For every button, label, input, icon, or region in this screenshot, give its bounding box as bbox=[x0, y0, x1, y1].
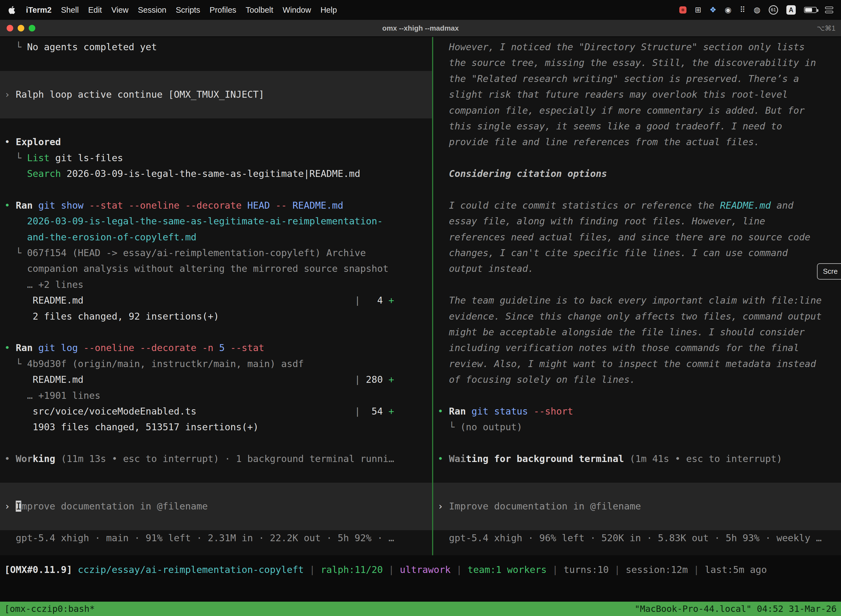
menu-items: ShellEditViewSessionScriptsProfilesToolb… bbox=[61, 6, 337, 15]
terminal-line: … +1901 lines bbox=[4, 388, 432, 403]
menu-view[interactable]: View bbox=[111, 6, 128, 15]
terminal-line: this single essay, it seems like a good … bbox=[438, 119, 841, 134]
terminal-line: review. Also, I might want to inspect th… bbox=[438, 356, 841, 372]
menu-help[interactable]: Help bbox=[320, 6, 337, 15]
window-grid-icon[interactable]: ⊞ bbox=[695, 6, 701, 14]
menu-bar: iTerm2 ShellEditViewSessionScriptsProfil… bbox=[0, 0, 841, 20]
working-status: • Working (11m 13s • esc to interrupt) ·… bbox=[4, 451, 432, 467]
omx-status-bar: [OMX#0.11.9] cczip/essay/ai-reimplementa… bbox=[0, 555, 841, 602]
zoom-button[interactable] bbox=[29, 25, 35, 31]
inject-banner-text: › Ralph loop active continue [OMX_TMUX_I… bbox=[4, 87, 264, 103]
model-status-left: gpt-5.4 xhigh · main · 91% left · 2.31M … bbox=[4, 530, 432, 546]
terminal-line: companion analysis without altering the … bbox=[4, 261, 432, 277]
terminal-line bbox=[438, 150, 841, 166]
battery-icon[interactable] bbox=[804, 7, 817, 13]
window-title: omx --xhigh --madmax bbox=[0, 24, 841, 32]
traffic-lights bbox=[7, 25, 35, 31]
menu-scripts[interactable]: Scripts bbox=[176, 6, 200, 15]
terminal-line: Search 2026-03-09-is-legal-the-same-as-l… bbox=[4, 166, 432, 182]
reasoning-heading: Considering citation options bbox=[438, 166, 841, 182]
terminal-line: README.md | 280 + bbox=[4, 372, 432, 387]
terminal-line: essay file, along with finding root file… bbox=[438, 213, 841, 229]
control-center-icon[interactable] bbox=[825, 7, 833, 13]
menu-session[interactable]: Session bbox=[138, 6, 166, 15]
explored-header: • Explored bbox=[4, 134, 432, 150]
minimize-button[interactable] bbox=[18, 25, 24, 31]
terminal-line bbox=[438, 467, 841, 483]
window-titlebar[interactable]: omx --xhigh --madmax ⌥⌘1 bbox=[0, 20, 841, 37]
terminal-line: the source tree, missing the essay. Stil… bbox=[438, 55, 841, 70]
prompt-input-right[interactable]: › Improve documentation in @filename bbox=[433, 483, 841, 530]
terminal-line bbox=[4, 467, 432, 483]
iterm2-window: iTerm2 ShellEditViewSessionScriptsProfil… bbox=[0, 0, 841, 616]
dots-grid-icon[interactable]: ⠿ bbox=[740, 6, 746, 14]
terminal-line: companion file, especially if more comme… bbox=[438, 103, 841, 119]
terminal-line bbox=[438, 277, 841, 293]
terminal-line bbox=[4, 435, 432, 451]
terminal-line: slight risk that future readers may over… bbox=[438, 87, 841, 103]
prompt-input-left[interactable]: › Improve documentation in @filename bbox=[0, 483, 432, 530]
terminal-line bbox=[4, 119, 432, 134]
menu-shell[interactable]: Shell bbox=[61, 6, 79, 15]
terminal-line bbox=[4, 55, 432, 70]
terminal-line: of focusing solely on file lines. bbox=[438, 372, 841, 387]
terminal-line: └ 067f154 (HEAD -> essay/ai-reimplementa… bbox=[4, 245, 432, 261]
screen-recording-indicator[interactable] bbox=[679, 6, 687, 13]
terminal-line: output instead. bbox=[438, 261, 841, 277]
terminal-line: The team guideline is to back every impo… bbox=[438, 293, 841, 308]
battery-percent-badge[interactable]: 61 bbox=[769, 5, 778, 15]
terminal-line: I could cite commit statistics or refere… bbox=[438, 198, 841, 213]
terminal-line bbox=[438, 388, 841, 403]
spark-icon[interactable]: ❖ bbox=[710, 6, 716, 14]
terminal-line: └ 4b9d30f (origin/main, instructkr/main,… bbox=[4, 356, 432, 372]
terminal-line: changes, I can't cite specific file line… bbox=[438, 245, 841, 261]
terminal-line bbox=[438, 435, 841, 451]
target-icon[interactable]: ◉ bbox=[725, 6, 731, 14]
ran-git-log: • Ran git log --oneline --decorate -n 5 … bbox=[4, 340, 432, 356]
text-cursor: I bbox=[16, 501, 21, 512]
terminal-line: references need actual files, and since … bbox=[438, 229, 841, 245]
terminal-line: might be acceptable alongside the file l… bbox=[438, 324, 841, 340]
omx-status-line: [OMX#0.11.9] cczip/essay/ai-reimplementa… bbox=[4, 562, 837, 578]
prompt-input-left-text: › Improve documentation in @filename bbox=[4, 499, 208, 514]
apple-menu-icon[interactable] bbox=[8, 6, 16, 14]
menu-window[interactable]: Window bbox=[283, 6, 311, 15]
terminal-line: evidence. Since this change only affects… bbox=[438, 308, 841, 324]
terminal-line bbox=[438, 182, 841, 198]
input-source-icon[interactable]: A bbox=[786, 5, 796, 15]
terminal-line: 2 files changed, 92 insertions(+) bbox=[4, 308, 432, 324]
terminal-line bbox=[4, 324, 432, 340]
terminal-line: including verification notes with those … bbox=[438, 340, 841, 356]
terminal-line: README.md | 4 + bbox=[4, 293, 432, 308]
waiting-status: • Waiting for background terminal (1m 41… bbox=[438, 451, 841, 467]
prompt-input-right-text: › Improve documentation in @filename bbox=[438, 499, 641, 514]
ran-git-status: • Ran git status --short bbox=[438, 403, 841, 419]
model-status-right: gpt-5.4 xhigh · 96% left · 520K in · 5.8… bbox=[438, 530, 841, 546]
terminal-line: and-the-erosion-of-copyleft.md bbox=[4, 229, 432, 245]
tmux-status-bar: [omx-cczip0:bash* "MacBook-Pro-44.local"… bbox=[0, 602, 841, 616]
window-shortcut-hint: ⌥⌘1 bbox=[817, 24, 835, 32]
terminal-area: └ No agents completed yet› Ralph loop ac… bbox=[0, 37, 841, 555]
terminal-line: └ List git ls-files bbox=[4, 150, 432, 166]
menu-toolbelt[interactable]: Toolbelt bbox=[246, 6, 273, 15]
terminal-line: … +2 lines bbox=[4, 277, 432, 293]
ring-icon[interactable]: ◍ bbox=[754, 6, 760, 14]
terminal-line bbox=[4, 182, 432, 198]
menu-profiles[interactable]: Profiles bbox=[210, 6, 236, 15]
terminal-line: 2026-03-09-is-legal-the-same-as-legitima… bbox=[4, 213, 432, 229]
terminal-line: 1903 files changed, 513517 insertions(+) bbox=[4, 419, 432, 435]
tmux-session-label[interactable]: [omx-cczip0:bash* bbox=[4, 604, 95, 614]
agents-note: └ No agents completed yet bbox=[4, 39, 432, 55]
terminal-line: However, I noticed the "Directory Struct… bbox=[438, 39, 841, 55]
terminal-line: └ (no output) bbox=[438, 419, 841, 435]
screen-share-button[interactable]: Scre bbox=[817, 263, 841, 280]
menu-edit[interactable]: Edit bbox=[88, 6, 102, 15]
terminal-pane-right[interactable]: However, I noticed the "Directory Struct… bbox=[433, 37, 841, 555]
close-button[interactable] bbox=[7, 25, 13, 31]
terminal-pane-left[interactable]: └ No agents completed yet› Ralph loop ac… bbox=[0, 37, 432, 555]
app-menu[interactable]: iTerm2 bbox=[26, 6, 51, 15]
terminal-line: the "Related research writing" section i… bbox=[438, 71, 841, 87]
inject-banner[interactable]: › Ralph loop active continue [OMX_TMUX_I… bbox=[0, 71, 432, 119]
tmux-host-clock: "MacBook-Pro-44.local" 04:52 31-Mar-26 bbox=[634, 604, 837, 614]
terminal-line: provide file and line references from th… bbox=[438, 134, 841, 150]
